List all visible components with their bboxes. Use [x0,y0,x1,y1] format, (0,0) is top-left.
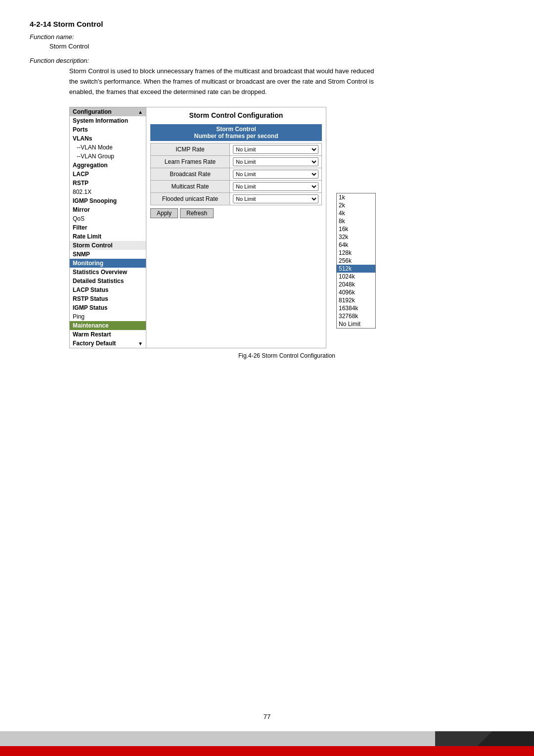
sidebar-item-system-information[interactable]: System Information [70,116,146,125]
sidebar-item-mirror[interactable]: Mirror [70,205,146,214]
config-table: ICMP Rate No Limit Learn Frames Rate No … [150,143,322,205]
icmp-rate-select-cell[interactable]: No Limit [230,143,322,156]
multicast-rate-label: Multicast Rate [151,181,230,193]
sidebar-item-detailed-statistics[interactable]: Detailed Statistics [70,277,146,285]
sidebar-item-factory-default[interactable]: Factory Default ▼ [70,339,146,348]
footer-red-strip [0,746,534,756]
apply-button[interactable]: Apply [150,208,178,218]
sidebar-item-ping[interactable]: Ping [70,312,146,321]
dropdown-option-no-limit[interactable]: No Limit [337,320,375,328]
multicast-rate-select[interactable]: No Limit [233,182,318,191]
dropdown-option-32k[interactable]: 32k [337,233,375,241]
dropdown-option-1k[interactable]: 1k [337,193,375,201]
section-title: 4-2-14 Storm Control [30,20,504,28]
learn-frames-rate-label: Learn Frames Rate [151,156,230,168]
function-desc-label: Function description: [30,57,504,64]
refresh-button[interactable]: Refresh [180,208,214,218]
table-row: Broadcast Rate No Limit [151,168,322,181]
sidebar-item-statistics-overview[interactable]: Statistics Overview [70,268,146,277]
sidebar-item-lacp-status[interactable]: LACP Status [70,285,146,294]
broadcast-rate-label: Broadcast Rate [151,168,230,181]
dropdown-option-32768k[interactable]: 32768k [337,312,375,320]
scroll-down-arrow[interactable]: ▼ [138,341,143,346]
sidebar-item-ports[interactable]: Ports [70,125,146,134]
sidebar: Configuration ▲ System Information Ports… [70,107,146,348]
icmp-rate-select[interactable]: No Limit [233,145,318,154]
icmp-rate-label: ICMP Rate [151,143,230,156]
dropdown-option-2k[interactable]: 2k [337,201,375,209]
sidebar-item-rstp[interactable]: RSTP [70,179,146,188]
sidebar-item-snmp[interactable]: SNMP [70,250,146,259]
dropdown-option-256k[interactable]: 256k [337,257,375,265]
sidebar-item-8021x[interactable]: 802.1X [70,188,146,196]
sidebar-item-aggregation[interactable]: Aggregation [70,161,146,170]
storm-header: Storm Control Number of frames per secon… [150,124,322,141]
dropdown-option-512k[interactable]: 512k [337,265,375,273]
sidebar-item-vlans[interactable]: VLANs [70,134,146,143]
table-row: Learn Frames Rate No Limit [151,156,322,168]
sidebar-item-maintenance[interactable]: Maintenance [70,321,146,330]
sidebar-item-lacp[interactable]: LACP [70,170,146,179]
action-buttons: Apply Refresh [150,208,322,218]
config-panel-title: Storm Control Configuration [150,111,322,119]
dropdown-option-64k[interactable]: 64k [337,241,375,249]
function-name-value: Storm Control [49,43,504,50]
flooded-unicast-rate-select[interactable]: No Limit [233,194,318,203]
dropdown-option-8k[interactable]: 8k [337,217,375,225]
dropdown-option-8192k[interactable]: 8192k [337,296,375,304]
sidebar-item-igmp-status[interactable]: IGMP Status [70,303,146,312]
sidebar-item-vlan-mode[interactable]: --VLAN Mode [70,143,146,152]
broadcast-rate-select-cell[interactable]: No Limit [230,168,322,181]
sidebar-item-storm-control[interactable]: Storm Control [70,241,146,250]
sidebar-item-rstp-status[interactable]: RSTP Status [70,294,146,303]
flooded-unicast-rate-select-cell[interactable]: No Limit 1k 2k 4k 8k 16k 32k 64k [230,193,322,205]
page-footer: 77 [0,702,534,756]
dropdown-option-1024k[interactable]: 1024k [337,273,375,281]
config-panel: Configuration ▲ System Information Ports… [69,107,326,348]
config-area: Storm Control Configuration Storm Contro… [146,107,326,348]
dropdown-option-128k[interactable]: 128k [337,249,375,257]
dropdown-option-16k[interactable]: 16k [337,225,375,233]
sidebar-item-configuration[interactable]: Configuration ▲ [70,107,146,116]
sidebar-item-vlan-group[interactable]: --VLAN Group [70,152,146,161]
learn-frames-rate-select-cell[interactable]: No Limit [230,156,322,168]
scroll-up-arrow[interactable]: ▲ [138,109,143,115]
dropdown-option-2048k[interactable]: 2048k [337,281,375,288]
dropdown-list[interactable]: 1k 2k 4k 8k 16k 32k 64k 128k 256k 512k 1 [336,193,376,329]
dropdown-option-4k[interactable]: 4k [337,209,375,217]
broadcast-rate-select[interactable]: No Limit [233,170,318,179]
table-row: ICMP Rate No Limit [151,143,322,156]
page-number: 77 [0,702,534,731]
flooded-unicast-rate-label: Flooded unicast Rate [151,193,230,205]
dropdown-option-4096k[interactable]: 4096k [337,288,375,296]
sidebar-item-warm-restart[interactable]: Warm Restart [70,330,146,339]
function-name-label: Function name: [30,33,504,41]
table-row: Multicast Rate No Limit [151,181,322,193]
table-row: Flooded unicast Rate No Limit 1k 2k 4k 8… [151,193,322,205]
figure-caption: Fig.4-26 Storm Control Configuration [69,352,504,359]
sidebar-item-qos[interactable]: QoS [70,214,146,223]
sidebar-item-filter[interactable]: Filter [70,223,146,232]
footer-gray-strip [0,731,534,746]
function-description: Storm Control is used to block unnecessa… [69,66,376,97]
dropdown-option-16384k[interactable]: 16384k [337,304,375,312]
sidebar-item-rate-limit[interactable]: Rate Limit [70,232,146,241]
multicast-rate-select-cell[interactable]: No Limit [230,181,322,193]
sidebar-item-monitoring[interactable]: Monitoring [70,259,146,268]
learn-frames-rate-select[interactable]: No Limit [233,157,318,166]
sidebar-item-igmp-snooping[interactable]: IGMP Snooping [70,196,146,205]
